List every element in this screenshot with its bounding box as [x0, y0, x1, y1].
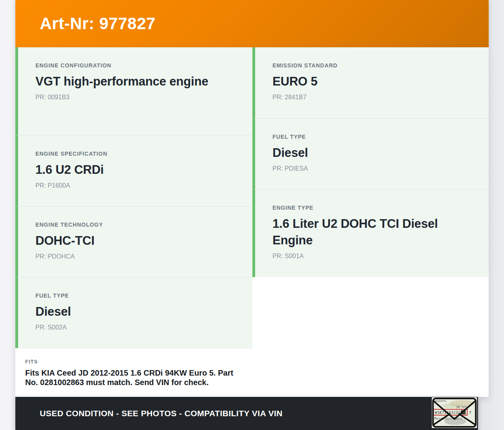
- card-pr-code: PR: S002A: [35, 324, 237, 331]
- spec-columns: ENGINE CONFIGURATION VGT high-performanc…: [15, 47, 489, 397]
- card-value: Diesel: [272, 145, 473, 161]
- card-engine-technology: ENGINE TECHNOLOGY DOHC-TCI PR: PDOHCA: [15, 206, 252, 277]
- listing-page: Art-Nr: 977827 ENGINE CONFIGURATION VGT …: [15, 0, 489, 430]
- card-value: EURO 5: [272, 73, 473, 90]
- card-emission-standard: EMISSION STANDARD EURO 5 PR: 2841B7: [252, 47, 489, 118]
- card-pr-code: PR: S001A: [272, 253, 473, 260]
- card-pr-code: PR: 0091B3: [35, 94, 237, 101]
- card-label: ENGINE SPECIFICATION: [35, 151, 237, 157]
- vin-outside-digit: 7: [469, 411, 471, 415]
- right-column: EMISSION STANDARD EURO 5 PR: 2841B7 FUEL…: [252, 47, 489, 397]
- card-engine-type: ENGINE TYPE 1.6 Liter U2 DOHC TCI Diesel…: [252, 189, 489, 277]
- card-pr-code: PR: 2841B7: [272, 94, 473, 101]
- card-label: FUEL TYPE: [35, 292, 237, 299]
- page-title: Art-Nr: 977827: [40, 14, 156, 33]
- card-label: ENGINE TECHNOLOGY: [35, 222, 237, 228]
- card-value: 1.6 U2 CRDi: [35, 162, 237, 178]
- condition-banner-text: USED CONDITION - SEE PHOTOS - COMPATIBIL…: [40, 409, 283, 418]
- card-fuel-type-left: FUEL TYPE Diesel PR: S002A: [15, 277, 252, 348]
- doc-fragment-text: |4| A|A: [456, 405, 467, 409]
- right-column-filler: [252, 277, 489, 397]
- fits-section: FITS Fits KIA Ceed JD 2012-2015 1.6 CRDi…: [15, 348, 252, 397]
- card-engine-configuration: ENGINE CONFIGURATION VGT high-performanc…: [15, 47, 252, 135]
- doc-label-fahrgestellnr: Fahrgestell-Nr.: [434, 400, 447, 402]
- card-pr-code: PR: P1600A: [35, 182, 237, 189]
- header-banner: Art-Nr: 977827: [15, 0, 489, 47]
- card-fuel-type-right: FUEL TYPE Diesel PR: PDIESA: [252, 118, 489, 189]
- card-pr-code: PR: PDIESA: [272, 165, 473, 172]
- card-label: FUEL TYPE: [272, 134, 473, 140]
- left-column: ENGINE CONFIGURATION VGT high-performanc…: [15, 47, 252, 397]
- condition-banner: USED CONDITION - SEE PHOTOS - COMPATIBIL…: [15, 397, 478, 430]
- card-label: EMISSION STANDARD: [272, 62, 473, 69]
- card-value: DOHC-TCI: [35, 233, 237, 249]
- vin-envelope-image: Fahrgestell-Nr. |4| A|A W1K71463J318 7 M…: [432, 397, 477, 428]
- card-value: 1.6 Liter U2 DOHC TCI Diesel Engine: [272, 216, 473, 249]
- card-pr-code: PR: PDOHCA: [35, 253, 237, 260]
- card-value: VGT high-performance engine: [35, 73, 217, 90]
- fits-label: FITS: [25, 359, 241, 365]
- card-engine-specification: ENGINE SPECIFICATION 1.6 U2 CRDi PR: P16…: [15, 135, 252, 206]
- card-label: ENGINE TYPE: [272, 205, 473, 211]
- card-value: Diesel: [35, 303, 237, 320]
- card-label: ENGINE CONFIGURATION: [35, 62, 237, 69]
- fits-text: Fits KIA Ceed JD 2012-2015 1.6 CRDi 94KW…: [25, 368, 241, 387]
